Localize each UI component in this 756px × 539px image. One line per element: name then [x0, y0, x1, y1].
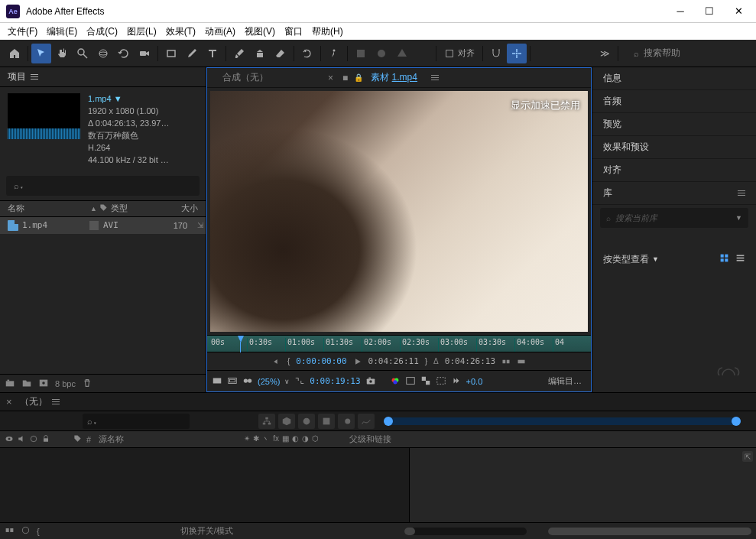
maximize-button[interactable]: ☐: [704, 5, 715, 17]
exposure-value[interactable]: +0.0: [466, 377, 483, 386]
menu-effect[interactable]: 效果(T): [161, 24, 200, 40]
text-tool-icon[interactable]: [203, 44, 222, 63]
menu-composition[interactable]: 合成(C): [82, 24, 122, 40]
delete-icon[interactable]: [82, 378, 92, 390]
align-toggle[interactable]: 对齐: [440, 47, 479, 59]
snap-icon[interactable]: [486, 44, 506, 63]
clone-stamp-tool-icon[interactable]: [250, 44, 270, 63]
in-point-handle-icon[interactable]: {: [287, 357, 290, 365]
rotate-tool-icon[interactable]: [114, 44, 134, 63]
resolution-icon[interactable]: [294, 375, 305, 388]
library-search-input[interactable]: ⌕ 搜索当前库 ▼: [600, 208, 748, 228]
overlay-edit-icon[interactable]: [517, 357, 526, 366]
timeline-search-input[interactable]: ⌕▾: [83, 414, 190, 429]
list-view-icon[interactable]: [735, 253, 745, 265]
menu-layer[interactable]: 图层(L): [122, 24, 161, 40]
collapse-icon[interactable]: ⇱: [742, 451, 753, 462]
eraser-tool-icon[interactable]: [271, 44, 290, 63]
zoom-level[interactable]: (25%): [258, 377, 280, 386]
lock-header-icon[interactable]: [41, 434, 50, 445]
new-folder-icon[interactable]: [21, 378, 32, 390]
grid-guides-icon[interactable]: [405, 375, 416, 388]
roto-tool-icon[interactable]: [297, 44, 317, 63]
audio-header-icon[interactable]: [17, 434, 26, 445]
pen-tool-icon[interactable]: [182, 44, 202, 63]
menu-edit[interactable]: 编辑(E): [42, 24, 82, 40]
row-label-color[interactable]: [89, 221, 99, 230]
panel-effects[interactable]: 效果和预设: [592, 136, 756, 159]
minimize-button[interactable]: ─: [675, 5, 686, 17]
toggle-inout-icon[interactable]: {: [37, 527, 40, 536]
ripple-insert-icon[interactable]: [501, 357, 511, 366]
playhead[interactable]: [236, 336, 244, 352]
transparency-grid-icon[interactable]: [420, 375, 431, 388]
fast-preview-icon[interactable]: [451, 375, 462, 388]
column-size[interactable]: 大小: [164, 203, 206, 214]
puppet-tool-icon[interactable]: [324, 44, 344, 63]
menu-view[interactable]: 视图(V): [240, 24, 280, 40]
footage-thumbnail[interactable]: [8, 93, 80, 139]
menu-help[interactable]: 帮助(H): [307, 24, 348, 40]
parent-link-header[interactable]: 父级和链接: [349, 433, 437, 445]
navigator-end-handle[interactable]: [732, 417, 741, 426]
library-view-by[interactable]: 按类型查看▼: [592, 248, 756, 271]
toggle-modes-button[interactable]: 切换开关/模式: [176, 525, 238, 537]
motion-blur-icon[interactable]: [338, 414, 355, 429]
preview-area[interactable]: 显示加速已禁用: [207, 88, 591, 335]
zoom-slider[interactable]: [404, 528, 527, 535]
flowchart-icon[interactable]: ⇲: [197, 221, 203, 229]
panel-info[interactable]: 信息: [592, 67, 756, 90]
toggle-alpha-icon[interactable]: [212, 375, 222, 388]
new-comp-icon[interactable]: [38, 378, 49, 390]
in-point-icon[interactable]: [272, 357, 281, 366]
selection-tool-icon[interactable]: [31, 44, 51, 63]
zoom-tool-icon[interactable]: [73, 44, 92, 63]
comp-flowchart-icon[interactable]: [258, 414, 275, 429]
tab-composition[interactable]: 合成（无）: [216, 68, 274, 87]
current-time[interactable]: 0:00:19:13: [310, 376, 360, 386]
edit-target-label[interactable]: 编辑目…: [548, 375, 582, 387]
toolbar-expand-icon[interactable]: ≫: [600, 48, 610, 59]
column-type[interactable]: 类型: [111, 203, 164, 214]
column-name[interactable]: 名称: [0, 203, 90, 214]
panel-align[interactable]: 对齐: [592, 159, 756, 182]
search-help-input[interactable]: ⌕ 搜索帮助: [629, 44, 751, 62]
toggle-transfer-icon[interactable]: [21, 525, 31, 537]
region-icon[interactable]: [436, 375, 446, 388]
zoom-dropdown-icon[interactable]: ∨: [284, 378, 290, 385]
timeline-tracks-area[interactable]: ⇱: [409, 448, 756, 522]
panel-audio[interactable]: 音频: [592, 90, 756, 113]
grid-view-icon[interactable]: [719, 253, 729, 265]
play-icon[interactable]: [353, 357, 362, 366]
shy-icon[interactable]: [298, 414, 315, 429]
orbit-tool-icon[interactable]: [93, 44, 113, 63]
viewer-menu-icon[interactable]: [431, 75, 439, 80]
dropdown-icon[interactable]: ▼: [735, 214, 742, 222]
tab-footage[interactable]: 素材 1.mp4: [369, 68, 419, 87]
navigator-start-handle[interactable]: [384, 417, 393, 426]
panel-preview[interactable]: 预览: [592, 113, 756, 136]
time-navigator[interactable]: [384, 417, 741, 425]
hand-tool-icon[interactable]: [52, 44, 72, 63]
menu-file[interactable]: 文件(F): [3, 24, 42, 40]
3d-glasses-icon[interactable]: [242, 375, 253, 388]
source-name-header[interactable]: 源名称: [96, 433, 244, 445]
rectangle-tool-icon[interactable]: [161, 44, 181, 63]
lock-icon[interactable]: 🔒: [354, 73, 363, 82]
panel-library[interactable]: 库: [592, 182, 756, 205]
snapshot-icon[interactable]: [365, 375, 376, 388]
home-icon[interactable]: [5, 44, 24, 63]
out-point-handle-icon[interactable]: }: [425, 357, 427, 365]
out-point-time[interactable]: 0:04:26:11: [368, 356, 419, 366]
project-search-input[interactable]: ⌕▾: [6, 176, 200, 196]
project-item-row[interactable]: 1.mp4 AVI 170 ⇲: [0, 217, 206, 234]
toggle-switches-icon[interactable]: [5, 525, 15, 537]
camera-tool-icon[interactable]: [135, 44, 154, 63]
channel-rgb-icon[interactable]: [390, 375, 401, 388]
snapping-enabled-icon[interactable]: [507, 44, 527, 63]
label-header-icon[interactable]: [73, 434, 82, 444]
menu-animation[interactable]: 动画(A): [200, 24, 240, 40]
toggle-mask-icon[interactable]: [227, 375, 238, 388]
column-label-icon[interactable]: [97, 203, 111, 213]
close-button[interactable]: ✕: [733, 5, 744, 17]
